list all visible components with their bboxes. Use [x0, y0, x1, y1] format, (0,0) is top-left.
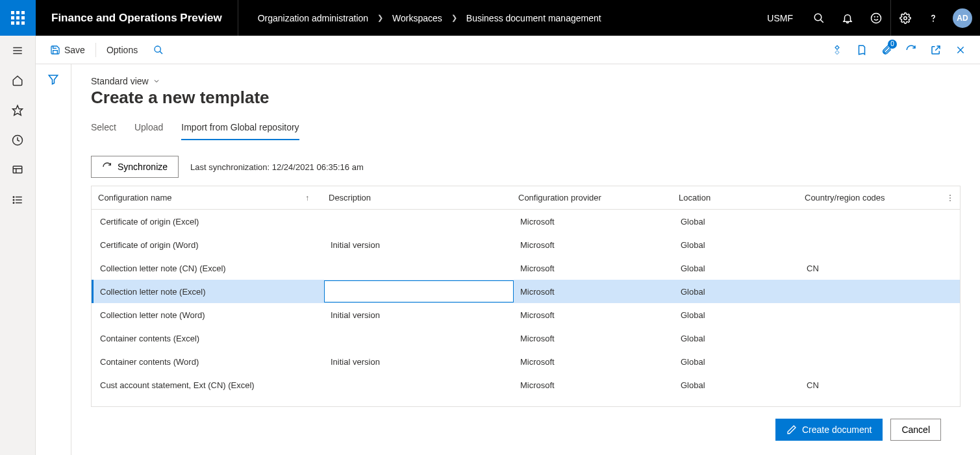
description-input[interactable] — [325, 281, 513, 302]
nav-modules-button[interactable] — [0, 185, 36, 215]
cell-location: Global — [674, 350, 800, 373]
cell-description: Initial version — [324, 233, 514, 256]
nav-workspaces-button[interactable] — [0, 155, 36, 185]
cancel-button[interactable]: Cancel — [890, 419, 941, 441]
cell-description — [324, 256, 514, 280]
breadcrumb-item[interactable]: Workspaces — [392, 13, 442, 23]
filter-icon — [47, 73, 59, 85]
office-icon — [856, 44, 868, 56]
column-header-location[interactable]: Location — [672, 193, 798, 203]
nav-recent-button[interactable] — [0, 125, 36, 155]
help-button[interactable] — [919, 0, 948, 36]
breadcrumb-item[interactable]: Business document management — [466, 13, 601, 23]
attachments-button[interactable]: 0 — [875, 38, 898, 62]
create-document-button[interactable]: Create document — [775, 419, 883, 441]
tab-import[interactable]: Import from Global repository — [181, 118, 299, 140]
cell-name: Collection letter note (Word) — [94, 303, 324, 326]
page-search-button[interactable] — [147, 41, 170, 59]
filter-button[interactable] — [47, 73, 59, 455]
cell-provider: Microsoft — [514, 350, 674, 373]
cell-provider: Microsoft — [514, 373, 674, 397]
cell-country: CN — [800, 373, 960, 397]
top-header: Finance and Operations Preview Organizat… — [0, 0, 980, 36]
nav-favorites-button[interactable] — [0, 95, 36, 125]
cell-location: Global — [674, 280, 800, 303]
table-row[interactable]: Collection letter note (Excel)MicrosoftG… — [92, 280, 960, 303]
table-row[interactable]: Certificate of origin (Word)Initial vers… — [92, 233, 960, 256]
nav-home-button[interactable] — [0, 66, 36, 95]
close-button[interactable] — [949, 38, 972, 62]
options-button[interactable]: Options — [100, 41, 144, 59]
cell-name: Cust account statement, Ext (CN) (Excel) — [94, 373, 324, 397]
table-row[interactable]: Cust account statement, Ext (CN) (Excel)… — [92, 373, 960, 397]
cell-location: Global — [674, 233, 800, 256]
grid-body[interactable]: Certificate of origin (Excel)MicrosoftGl… — [92, 210, 960, 406]
chevron-right-icon: ❯ — [451, 14, 457, 22]
cell-country — [800, 303, 960, 326]
notifications-button[interactable] — [833, 0, 862, 36]
cell-name: Certificate of origin (Word) — [94, 233, 324, 256]
cell-description: Initial version — [324, 303, 514, 326]
company-code[interactable]: USMF — [755, 13, 805, 23]
tab-upload[interactable]: Upload — [134, 118, 163, 140]
search-button[interactable] — [805, 0, 833, 36]
cell-description[interactable] — [324, 280, 514, 302]
view-picker[interactable]: Standard view — [91, 76, 961, 86]
create-document-label: Create document — [802, 424, 872, 435]
refresh-button[interactable] — [899, 38, 923, 62]
cell-name: Collection letter note (Excel) — [94, 280, 324, 303]
chevron-down-icon — [153, 77, 160, 85]
hamburger-icon — [12, 45, 23, 56]
divider — [95, 43, 96, 57]
settings-button[interactable] — [890, 0, 919, 36]
column-header-provider[interactable]: Configuration provider — [512, 193, 672, 203]
cell-provider: Microsoft — [514, 280, 674, 303]
templates-grid: Configuration name ↑ Description Configu… — [91, 186, 961, 407]
office-button[interactable] — [850, 38, 873, 62]
cell-location: Global — [674, 210, 800, 233]
save-icon — [50, 45, 60, 55]
cell-country — [800, 350, 960, 373]
grid-options-button[interactable] — [940, 193, 960, 203]
feedback-button[interactable] — [862, 0, 890, 36]
breadcrumb-item[interactable]: Organization administration — [258, 13, 368, 23]
svg-point-20 — [13, 203, 14, 204]
attachments-badge: 0 — [888, 40, 897, 49]
user-avatar[interactable]: AD — [953, 8, 972, 28]
cell-country: CN — [800, 256, 960, 280]
column-header-name[interactable]: Configuration name ↑ — [92, 193, 322, 203]
svg-rect-12 — [13, 166, 22, 173]
app-launcher-button[interactable] — [0, 0, 36, 36]
nav-expand-button[interactable] — [0, 36, 36, 66]
smiley-icon — [870, 12, 882, 24]
refresh-icon — [102, 162, 112, 172]
workspace-icon — [12, 164, 23, 176]
cell-country — [800, 280, 960, 303]
svg-point-3 — [874, 16, 875, 17]
cell-name: Collection letter note (CN) (Excel) — [94, 256, 324, 280]
view-label: Standard view — [91, 76, 149, 86]
more-vertical-icon — [946, 193, 955, 203]
table-row[interactable]: Container contents (Excel)MicrosoftGloba… — [92, 326, 960, 350]
save-button[interactable]: Save — [44, 41, 92, 59]
table-row[interactable]: Collection letter note (Word)Initial ver… — [92, 303, 960, 326]
table-row[interactable]: Container contents (Word)Initial version… — [92, 350, 960, 373]
save-label: Save — [64, 45, 85, 55]
cell-description — [324, 373, 514, 397]
svg-point-19 — [13, 199, 14, 201]
tab-select[interactable]: Select — [91, 118, 116, 140]
list-icon — [12, 194, 23, 206]
cell-description — [324, 210, 514, 233]
cell-name: Container contents (Word) — [94, 350, 324, 373]
cell-location: Global — [674, 326, 800, 350]
table-row[interactable]: Certificate of origin (Excel)MicrosoftGl… — [92, 210, 960, 233]
svg-point-6 — [933, 21, 934, 21]
table-row[interactable]: Collection letter note (CN) (Excel)Micro… — [92, 256, 960, 280]
diamond-button[interactable] — [825, 38, 849, 62]
synchronize-button[interactable]: Synchronize — [91, 156, 179, 178]
cell-location: Global — [674, 303, 800, 326]
column-header-description[interactable]: Description — [322, 193, 512, 203]
column-header-country[interactable]: Country/region codes — [798, 193, 940, 203]
close-icon — [955, 45, 966, 55]
popout-button[interactable] — [924, 38, 948, 62]
